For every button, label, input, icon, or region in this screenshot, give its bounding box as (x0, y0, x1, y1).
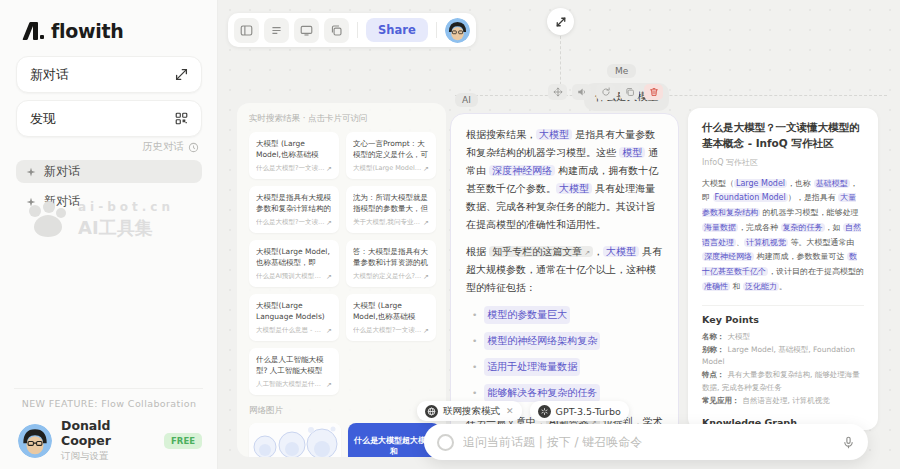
move-node-button[interactable] (548, 84, 567, 100)
answer-bullet: 模型的神经网络架构复杂 (472, 332, 663, 350)
search-result-title: 大模型 (Large Model,也称基础模型，即Foundation... (353, 300, 429, 323)
key-point-row: 特点：具有大量参数和复杂结构, 能够处理海量数据, 完成各种复杂任务 (702, 369, 864, 395)
flowith-app: flowith 新对话 发现 历史对话 新对话 新对话 ai-bot.cn AI… (0, 0, 900, 469)
answer-paragraph: 根据 知乎专栏的这篇文章↗，大模型 具有超大规模参数，通常在十亿个以上，这种模型… (466, 243, 663, 297)
sidebar-panel-icon (240, 24, 253, 37)
discover-button[interactable]: 发现 (16, 100, 202, 137)
history-item-1[interactable]: 新对话 (16, 160, 202, 183)
search-result-title: 大模型(Large Language Models)是指基于深度学习... (256, 300, 332, 323)
composer-bar (424, 424, 868, 460)
microphone-icon[interactable] (842, 436, 855, 449)
search-result-source: 关于大模型,我问专业人士一...↗ (353, 218, 429, 227)
toolbar-avatar[interactable] (445, 18, 470, 43)
search-result-card[interactable]: 什么是人工智能大模型? 人工智能大模型（Artificial...人工智能大模型… (249, 348, 339, 395)
feature-banner[interactable]: NEW FEATURE: Flow Collaboration (0, 398, 218, 409)
source-link[interactable]: 知乎专栏的这篇文章↗ (489, 246, 593, 257)
watermark-line1: ai-bot.cn (78, 200, 174, 214)
screen-icon (300, 24, 313, 37)
search-result-card[interactable]: 大模型 (Large Model,也称基础模型，即Foundation...什么… (346, 294, 436, 341)
external-link-icon: ↗ (423, 273, 429, 281)
web-search-mode-badge[interactable]: 联网搜索模式 ✕ (417, 401, 522, 421)
text-span: ），是指具有 (788, 193, 839, 202)
search-result-card[interactable]: 大模型 (Large Model,也称基础模型，即Foundation...什么… (249, 132, 339, 179)
toggle-sidebar-button[interactable] (234, 18, 259, 43)
article-panel[interactable]: 什么是大模型？一文读懂大模型的基本概念 - InfoQ 写作社区 InfoQ 写… (688, 108, 878, 430)
collapse-node-button[interactable] (547, 8, 574, 35)
answer-bullet: 能够解决各种复杂的任务 (472, 384, 663, 402)
highlighted-term: 深度神经网络 (702, 252, 754, 261)
model-badge[interactable]: GPT-3.5-Turbo (530, 401, 629, 421)
toolbar-divider (357, 22, 358, 38)
user-avatar (18, 424, 52, 458)
speaker-icon (577, 87, 587, 97)
delete-node-button[interactable] (644, 84, 663, 100)
outline-list-icon (270, 24, 283, 37)
search-result-card[interactable]: 大模型是指具有大规模参数和复杂计算结构的机器学习模...什么是大模型?一文读懂大… (249, 186, 339, 233)
text-span: 根据 (466, 246, 489, 257)
search-result-card[interactable]: 大模型(Large Model,也称基础模型，即Foundation...什么是… (249, 240, 339, 287)
text-span: 根据搜索结果， (466, 129, 536, 140)
text-span: 。 (779, 282, 787, 291)
copy-icon (330, 24, 343, 37)
web-image-circles-diagram[interactable] (249, 423, 341, 457)
highlighted-term: 大模型 (536, 129, 572, 140)
web-images-grid: 什么是大模型超大模型和 Foundation Model (249, 423, 434, 457)
highlighted-term: Large Model (734, 179, 787, 188)
share-button[interactable]: Share (366, 18, 428, 42)
highlighted-term: 能够解决各种复杂的任务 (484, 384, 600, 402)
diagonal-arrows-icon (175, 68, 188, 81)
connector-line-horizontal (455, 95, 887, 96)
highlighted-term: 模型的参数量巨大 (484, 306, 570, 324)
key-point-row: 别称：Large Model, 基础模型, Foundation Model (702, 344, 864, 370)
search-results-grid: 大模型 (Large Model,也称基础模型，即Foundation...什么… (249, 132, 434, 395)
followup-input[interactable] (463, 435, 833, 449)
outline-button[interactable] (264, 18, 289, 43)
key-point-row: 常见应用：自然语言处理, 计算机视觉 (702, 395, 864, 408)
text-span: 等。大模型通常由 (788, 238, 855, 247)
move-icon (553, 87, 563, 97)
article-body: 大模型（Large Model，也称 基础模型，即 Foundation Mod… (702, 177, 864, 295)
user-profile[interactable]: Donald Cooper 订阅与设置 FREE (18, 418, 202, 463)
presentation-button[interactable] (294, 18, 319, 43)
highlighted-term: 计算机视觉 (744, 238, 788, 247)
plan-badge: FREE (164, 433, 202, 449)
key-point-label: 常见应用： (702, 396, 740, 405)
search-result-source: 大模型是什么意思 - 墨天轮...↗ (256, 326, 332, 335)
search-result-card[interactable]: 文心一言Prompt：大模型的定义是什么，可以从多个角度...大模型(Large… (346, 132, 436, 179)
search-result-card[interactable]: 答：大模型是指具有大量参数和计算资源的机器学习模型...大模型的定义是什么?大模… (346, 240, 436, 287)
search-result-card[interactable]: 大模型(Large Language Models)是指基于深度学习...大模型… (249, 294, 339, 341)
watermark: ai-bot.cn AI工具集 (26, 200, 174, 240)
search-result-title: 文心一言Prompt：大模型的定义是什么，可以从多个角度... (353, 138, 429, 161)
search-result-title: 大模型 (Large Model,也称基础模型，即Foundation... (256, 138, 332, 161)
web-search-mode-label: 联网搜索模式 (443, 405, 500, 418)
search-result-source: 大模型(Large Model)?常识...↗ (353, 164, 429, 173)
close-icon[interactable]: ✕ (506, 406, 514, 416)
copy-canvas-button[interactable] (324, 18, 349, 43)
highlighted-term: 深度神经网络 (489, 165, 555, 176)
search-result-title: 大模型(Large Model,也称基础模型，即Foundation... (256, 246, 332, 269)
discover-label: 发现 (30, 110, 56, 128)
copy-node-button[interactable] (620, 84, 639, 100)
external-link-icon: ↗ (326, 219, 332, 227)
regenerate-button[interactable] (596, 84, 615, 100)
text-span: 和 (730, 282, 743, 291)
search-result-card[interactable]: 沈为：所谓大模型就是指模型的参数量大，但学术界并没...关于大模型,我问专业人士… (346, 186, 436, 233)
search-result-source: 什么是AI预训大模型的大模型?↗ (256, 272, 332, 281)
new-chat-button[interactable]: 新对话 (16, 56, 202, 93)
globe-icon (425, 405, 438, 418)
search-results-panel: 实时搜索结果 · 点击卡片可访问 大模型 (Large Model,也称基础模型… (237, 103, 446, 457)
highlighted-term: 模型 (619, 147, 645, 158)
highlighted-term: 大模型 (556, 183, 592, 194)
history-section-label: 历史对话 (142, 140, 199, 154)
text-span: 、 (736, 238, 744, 247)
read-aloud-button[interactable] (572, 84, 591, 100)
answer-paragraph: 根据搜索结果，大模型 是指具有大量参数和复杂结构的机器学习模型。这些 模型 通常… (466, 126, 663, 234)
article-title: 什么是大模型？一文读懂大模型的基本概念 - InfoQ 写作社区 (702, 120, 864, 152)
text-span: 大模型（ (702, 179, 734, 188)
highlighted-term: 大模型 (603, 246, 639, 257)
toolbar-divider (436, 22, 437, 38)
key-point-label: 特点： (702, 370, 725, 379)
ai-node-label: AI (455, 93, 478, 107)
model-badge-label: GPT-3.5-Turbo (556, 406, 621, 417)
key-points-title: Key Points (702, 314, 864, 325)
